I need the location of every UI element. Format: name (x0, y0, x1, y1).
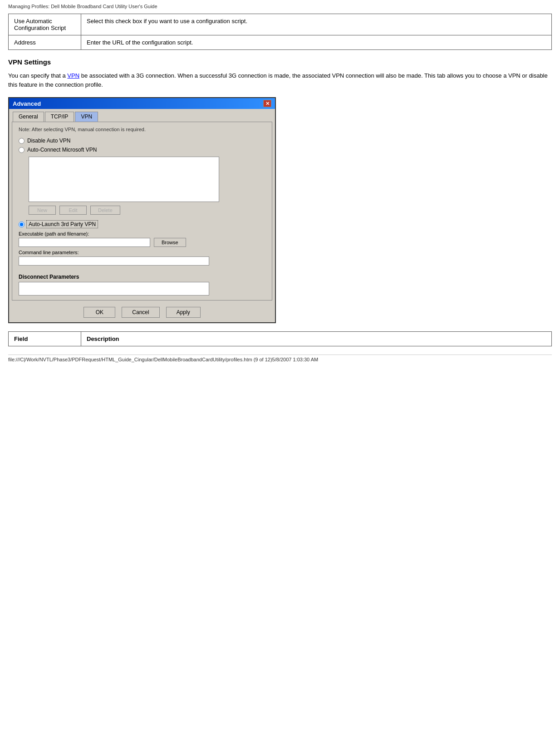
auto-launch-label: Auto-Launch 3rd Party VPN (26, 220, 98, 228)
field-desc-address: Enter the URL of the configuration scrip… (81, 35, 552, 50)
table-header-row: Field Description (9, 332, 552, 346)
dialog-wrapper: Advanced ✕ General TCP/IP VPN Note: Afte… (8, 97, 552, 323)
page-header-text: Managing Profiles: Dell Mobile Broadband… (8, 4, 157, 9)
delete-button[interactable]: Delete (90, 206, 120, 215)
radio-auto-connect-ms-vpn-label: Auto-Connect Microsoft VPN (27, 147, 97, 153)
new-button[interactable]: New (29, 206, 56, 215)
browse-button[interactable]: Browse (154, 238, 186, 247)
vpn-list-box (29, 157, 219, 202)
page-footer: file:///C|/Work/NVTL/Phase3/PDFRequest/H… (8, 355, 552, 362)
radio-disable-auto-vpn-label: Disable Auto VPN (27, 138, 70, 144)
exe-row: Browse (19, 238, 265, 247)
tab-general[interactable]: General (13, 112, 44, 122)
dialog-close-button[interactable]: ✕ (263, 100, 271, 107)
table-row: Use Automatic Configuration Script Selec… (9, 14, 552, 35)
apply-button[interactable]: Apply (166, 307, 201, 318)
exe-field-label: Executable (path and filename): (19, 231, 265, 236)
radio-auto-launch-3rd-party: Auto-Launch 3rd Party VPN (19, 220, 265, 228)
disconnect-label: Disconnect Parameters (19, 274, 265, 280)
cmd-input[interactable] (19, 256, 209, 266)
edit-button[interactable]: Edit (59, 206, 87, 215)
advanced-dialog: Advanced ✕ General TCP/IP VPN Note: Afte… (8, 97, 276, 323)
disconnect-input[interactable] (19, 282, 209, 296)
tab-vpn[interactable]: VPN (75, 112, 98, 122)
tab-tcpip[interactable]: TCP/IP (45, 112, 74, 122)
ok-button[interactable]: OK (84, 307, 115, 318)
cmd-field-label: Command line parameters: (19, 250, 265, 255)
radio-disable-auto-vpn: Disable Auto VPN (19, 138, 265, 144)
page-footer-text: file:///C|/Work/NVTL/Phase3/PDFRequest/H… (8, 357, 318, 362)
vpn-list-buttons: New Edit Delete (29, 206, 265, 215)
field-label-auto-config: Use Automatic Configuration Script (9, 14, 81, 35)
vpn-link[interactable]: VPN (67, 72, 79, 79)
radio-disable-auto-vpn-input[interactable] (19, 138, 25, 144)
vpn-section-body: You can specify that a VPN be associated… (8, 71, 552, 89)
dialog-note: Note: After selecting VPN, manual connec… (19, 127, 265, 132)
table-row: Address Enter the URL of the configurati… (9, 35, 552, 50)
dialog-footer: OK Cancel Apply (9, 303, 275, 322)
radio-auto-connect-ms-vpn-input[interactable] (19, 147, 25, 153)
bottom-field-table: Field Description (8, 331, 552, 346)
field-column-header: Field (9, 332, 81, 346)
description-column-header: Description (81, 332, 552, 346)
field-label-address: Address (9, 35, 81, 50)
radio-auto-launch-input[interactable] (19, 222, 25, 227)
dialog-content: Note: After selecting VPN, manual connec… (12, 122, 272, 301)
radio-auto-connect-ms-vpn: Auto-Connect Microsoft VPN (19, 147, 265, 153)
vpn-section-title: VPN Settings (8, 58, 552, 66)
cancel-button[interactable]: Cancel (122, 307, 159, 318)
dialog-title: Advanced (13, 100, 41, 107)
page-header: Managing Profiles: Dell Mobile Broadband… (8, 4, 552, 9)
dialog-tabs: General TCP/IP VPN (9, 109, 275, 122)
exe-input[interactable] (19, 238, 150, 247)
config-script-table: Use Automatic Configuration Script Selec… (8, 14, 552, 50)
dialog-titlebar: Advanced ✕ (9, 98, 275, 109)
field-desc-auto-config: Select this check box if you want to use… (81, 14, 552, 35)
